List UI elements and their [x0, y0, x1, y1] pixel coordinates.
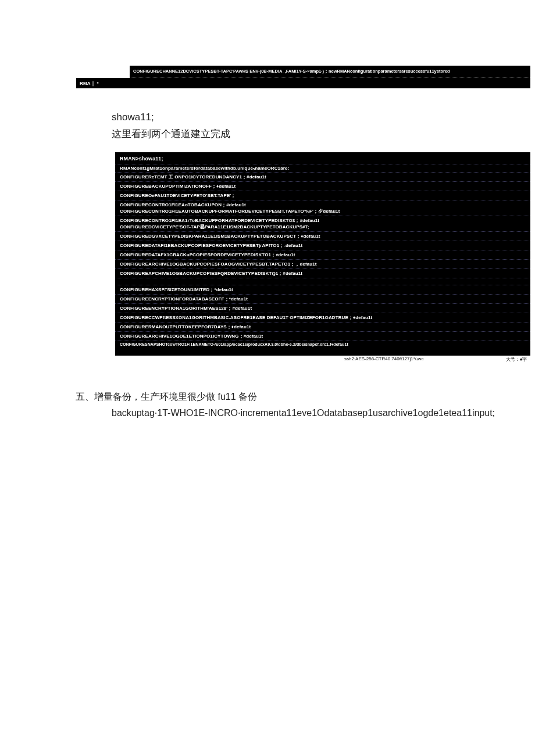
config-bar-1: CONFIGURECHANNE12DCVICSTYPESBT-TAPC'PAwH…: [130, 66, 530, 78]
terminal-line: CONFIGUREAPCHIVE1OGBACKUPCOPIESFQRDEVICE…: [115, 269, 530, 278]
status-right: 大号：♦字: [506, 356, 527, 363]
section-heading: 五、增量备份，生产环境里很少做 fu11 备份: [76, 389, 529, 406]
terminal-line: RMANconf1gMrat1onparametersfordatabasewi…: [115, 164, 530, 173]
terminal-line: CONFIGUREDATAFX1CBACKuPCOPIESFORDEVICETY…: [115, 250, 530, 260]
terminal-line: CONFIGUREOeFAU1TDEVICETYPETO'SBT.TAPE'；: [115, 191, 530, 200]
terminal-line: CONFIGUREENCRYPTIONFORDATABASEOFF；*defau…: [115, 295, 530, 304]
text-line-1: showa11;: [112, 109, 529, 126]
config-bar-2: RMA｜ *: [76, 78, 530, 89]
terminal-line: CONFIGUREENCRYPTIONA1GORITHM'AES128'；#de…: [115, 304, 530, 313]
terminal-text: CONFIGUREDCVICETYPE'SOT-TAP疂PARA11E1ISM2…: [120, 224, 309, 230]
terminal-output: RMAN>showa11; RMANconf1gMrat1onparameter…: [115, 152, 530, 356]
terminal-blank: [115, 278, 530, 285]
terminal-line: CONFIGUREHAXSFГSIΣETOUN1IMITED；*defau1t: [115, 285, 530, 295]
status-left: ssh2:AES-256-CTR40.740ft127j1¹/₄wc: [344, 356, 423, 363]
terminal-line: CONFIGURECCWPftESSXONA1GORITHMBASIC.ASOF…: [115, 313, 530, 323]
section-body: backuptag·1T-WHO1E-INCRO·incrementa11eve…: [112, 408, 529, 418]
terminal-header: RMAN>showa11;: [115, 152, 530, 164]
terminal-line: CONFIGUREBACKUPOPTIMIZATIONOFF；♦defau1t: [115, 182, 530, 191]
terminal-line: CONFIGUREReTEMT 工 ONPO1ICYTOREDUNDANCY1；…: [115, 173, 530, 182]
terminal-line: CONFIGUREDGVXCETYPEDISKPARA11E1ISM1BACKU…: [115, 232, 530, 241]
terminal-last-line: CONFIGURESNAPSHOTcowTRO1FI1ENAMETO·/u01/…: [115, 341, 530, 356]
terminal-line: CONFIGURECONTRO1FI1EAoTOBACKUPON；#defau1…: [115, 200, 530, 216]
status-bar: ssh2:AES-256-CTR40.740ft127j1¹/₄wc 大号：♦字: [115, 356, 530, 363]
terminal-text: CONFIGURECONTRO1FI1EAUTOBACKUPFORMATFORD…: [120, 209, 340, 214]
terminal-text: CONFIGURECONTRO1FI1EAoTOBACKUPON；#defau1…: [120, 202, 246, 207]
terminal-text: CONFIGURECONTRO1FI1EA1rToBACKUPFORHATFOR…: [120, 218, 319, 223]
terminal-line: CONFIGURERMANOUTPUTTOKEEPFOR7DAYS；♦defau…: [115, 323, 530, 332]
terminal-line: CONFIGUREARCHIVE1OGBACKUPCOPIESFOAOGVICE…: [115, 260, 530, 269]
terminal-line: CONFIGURECONTRO1FI1EA1rToBACKUPFORHATFOR…: [115, 216, 530, 232]
text-line-2: 这里看到两个通道建立完成: [112, 126, 529, 143]
terminal-line: CONFIGUREARCHIVE1OGDE1ETIONPO1ICYTOWNG；#…: [115, 332, 530, 341]
terminal-line: CONFIGUREDATAFI1EBACKUPCOPIESFOROEVICETY…: [115, 241, 530, 250]
text-block: showa11; 这里看到两个通道建立完成: [112, 109, 529, 143]
